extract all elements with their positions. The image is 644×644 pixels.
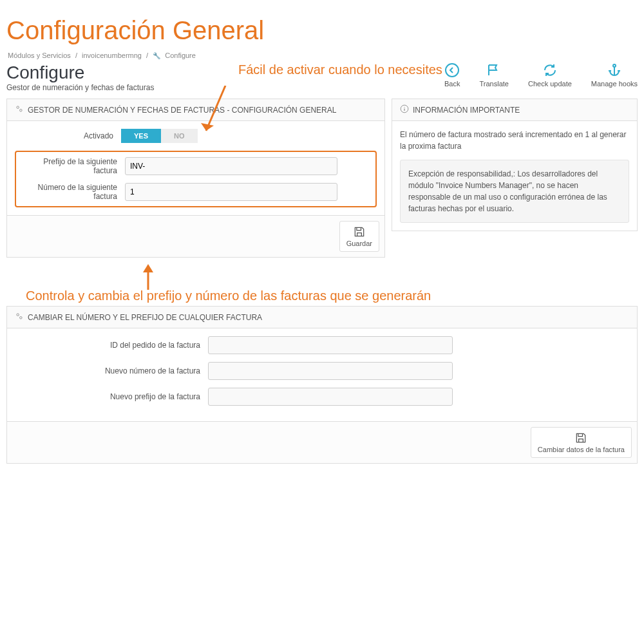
numero-label: Número de la siguiente factura xyxy=(19,183,125,201)
page-subtitle: Gestor de numeración y fechas de factura… xyxy=(6,83,213,92)
anchor-icon xyxy=(607,62,622,78)
activado-label: Activado xyxy=(15,131,121,140)
svg-marker-8 xyxy=(143,264,153,272)
id-pedido-input[interactable] xyxy=(208,336,453,354)
flag-icon xyxy=(486,62,502,78)
nuevo-numero-label: Nuevo número de la factura xyxy=(15,366,208,375)
annotation-title: Configuración General xyxy=(6,16,638,45)
svg-point-5 xyxy=(20,109,22,112)
back-icon xyxy=(444,62,460,78)
info-panel: INFORMACIÓN IMPORTANTE El número de fact… xyxy=(392,99,638,231)
change-panel-heading: CAMBIAR EL NÚMERO Y EL PREFIJO DE CUALQU… xyxy=(28,313,262,322)
panel-heading-text: GESTOR DE NUMERACIÓN Y FECHAS DE FACTURA… xyxy=(28,106,336,115)
annotation-highlight-box: Prefijo de la siguiente factura Número d… xyxy=(15,151,377,207)
check-update-button[interactable]: Check update xyxy=(528,62,572,88)
page-title: Configure xyxy=(6,62,213,83)
save-button[interactable]: Guardar xyxy=(339,221,379,252)
numero-input[interactable] xyxy=(125,183,337,201)
svg-point-10 xyxy=(20,317,22,319)
general-config-panel: GESTOR DE NUMERACIÓN Y FECHAS DE FACTURA… xyxy=(6,99,385,258)
nuevo-prefijo-label: Nuevo prefijo de la factura xyxy=(15,392,208,401)
nuevo-numero-input[interactable] xyxy=(208,362,453,380)
refresh-icon xyxy=(542,62,558,78)
switch-yes[interactable]: YES xyxy=(121,129,161,143)
change-invoice-save-button[interactable]: Cambiar datos de la factura xyxy=(531,427,632,458)
annotation-subtitle-1: Fácil de activar cuando lo necesites xyxy=(238,62,444,77)
cogs-icon xyxy=(15,312,24,323)
activado-switch[interactable]: YES NO xyxy=(121,129,334,143)
cogs-icon xyxy=(15,104,24,115)
svg-point-9 xyxy=(17,314,19,316)
breadcrumb-item: Configure xyxy=(165,52,196,59)
back-button[interactable]: Back xyxy=(444,62,460,88)
svg-point-4 xyxy=(17,106,19,109)
toolbar: Back Translate Check update Manage hooks xyxy=(444,62,638,88)
manage-hooks-button[interactable]: Manage hooks xyxy=(591,62,638,88)
id-pedido-label: ID del pedido de la factura xyxy=(15,341,208,350)
prefijo-input[interactable] xyxy=(125,157,337,175)
save-icon xyxy=(574,431,587,444)
prefijo-label: Prefijo de la siguiente factura xyxy=(19,157,125,175)
disclaimer-well: Excepción de responsabilidad,: Los desar… xyxy=(400,160,629,223)
info-icon xyxy=(400,104,409,115)
info-panel-heading: INFORMACIÓN IMPORTANTE xyxy=(413,106,520,115)
info-text-1: El número de factura mostrado será incre… xyxy=(400,129,629,152)
annotation-subtitle-2: Controla y cambia el prefijo y número de… xyxy=(26,289,431,303)
nuevo-prefijo-input[interactable] xyxy=(208,388,453,406)
svg-point-0 xyxy=(446,64,459,77)
breadcrumb-item[interactable]: Módulos y Servicios xyxy=(8,52,71,59)
change-invoice-panel: CAMBIAR EL NÚMERO Y EL PREFIJO DE CUALQU… xyxy=(6,306,638,464)
save-icon xyxy=(353,225,366,238)
svg-point-1 xyxy=(613,64,616,67)
breadcrumb-item[interactable]: invoicenumbermng xyxy=(82,52,142,59)
breadcrumb: Módulos y Servicios / invoicenumbermng /… xyxy=(6,52,638,59)
translate-button[interactable]: Translate xyxy=(480,62,509,88)
switch-no[interactable]: NO xyxy=(161,129,198,143)
wrench-icon: 🔧 xyxy=(153,52,160,59)
